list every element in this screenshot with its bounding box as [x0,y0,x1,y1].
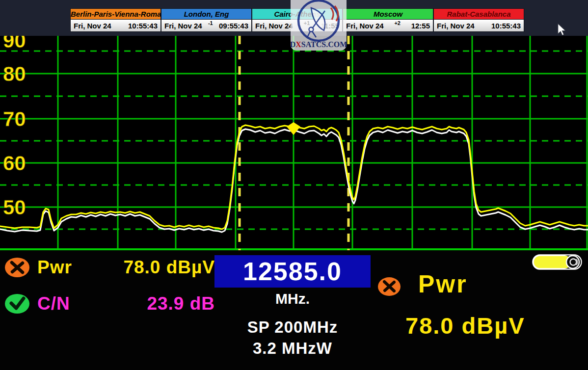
bandwidth-label: 3.2 MHzW [196,339,389,358]
y-axis-tick-label: 70 [3,107,26,131]
tz-offset: +2 [394,20,401,26]
toggle-switch-icon [532,254,582,270]
city-name-label: London, Eng [161,8,252,19]
city-datetime: Fri, Nov 24 10:55:43 [433,19,524,32]
frequency-marker-diamond-icon [287,122,300,135]
clock-cell-rabat: Rabat-Casablanca Fri, Nov 24 10:55:43 [433,8,524,32]
sat-meter-screen: Berlin-Paris-Vienna-Roma Fri, Nov 24 10:… [0,0,588,370]
spectrum-plot: 9080706050 [0,36,588,250]
city-time: 12:55 [411,22,430,30]
y-axis-tick-label: 50 [3,196,26,219]
city-name-label: Berlin-Paris-Vienna-Roma [70,8,161,19]
city-time: 10:55:43 [128,22,158,30]
pwr-row: Pwr 78.0 dBµV [4,256,215,279]
city-time: 10:55:43 [491,22,521,30]
city-date: Fri, Nov 24 [255,22,293,30]
cn-row: C/N 23.9 dB [4,292,215,315]
city-date: Fri, Nov 24 [164,22,202,30]
check-circle-icon [4,292,31,315]
y-axis-tick-label: 90 [3,36,26,52]
svg-text:DXSATCS.COM: DXSATCS.COM [291,40,347,49]
city-date: Fri, Nov 24 [437,22,475,30]
mouse-cursor-icon [558,24,566,38]
center-frequency-display[interactable]: 12585.0 [214,255,371,288]
pwr-value: 78.0 dBµV [72,257,215,278]
dxsatcs-watermark-logo: DXSATCS.COM [291,0,347,51]
frequency-unit-label: MHz. [214,291,371,307]
power-toggle[interactable] [532,254,582,270]
spectrum-chart: 9080706050 [0,36,588,250]
clock-cell-moscow: Moscow Fri, Nov 24 +2 12:55 [343,8,433,32]
x-circle-icon [4,256,31,279]
y-axis-tick-label: 60 [3,152,26,175]
span-label: SP 200MHz [196,318,389,337]
right-pwr-value: 78.0 dBµV [405,312,525,339]
measurement-panel: Pwr 78.0 dBµV C/N 23.9 dB 12585.0 MHz. S… [0,250,588,370]
city-date: Fri, Nov 24 [74,22,111,30]
y-axis-tick-label: 80 [3,62,26,85]
city-datetime: Fri, Nov 24 +2 12:55 [343,19,433,32]
clock-cell-berlin: Berlin-Paris-Vienna-Roma Fri, Nov 24 10:… [70,8,161,32]
clock-cell-london: London, Eng Fri, Nov 24 -1 09:55:43 [161,8,252,32]
city-datetime: Fri, Nov 24 10:55:43 [70,19,161,32]
tz-offset: -1 [208,20,213,26]
city-datetime: Fri, Nov 24 -1 09:55:43 [161,19,252,32]
pwr-label: Pwr [37,257,72,278]
cn-value: 23.9 dB [70,293,215,314]
right-pwr-label: Pwr [418,270,468,298]
cn-label: C/N [37,293,70,314]
x-circle-icon-right [377,276,402,297]
city-time: 09:55:43 [219,22,248,30]
satellite-dish-logo-icon: DXSATCS.COM [291,0,347,51]
city-date: Fri, Nov 24 [346,22,384,30]
city-name-label: Rabat-Casablanca [433,8,524,19]
city-name-label: Moscow [343,8,433,19]
